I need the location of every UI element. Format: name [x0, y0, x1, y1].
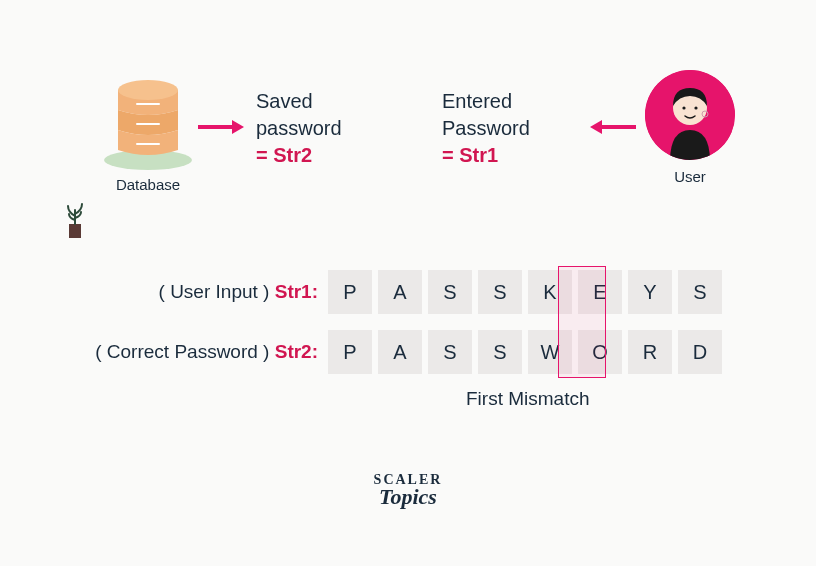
- svg-point-13: [694, 106, 697, 109]
- user-avatar-icon: [645, 70, 735, 160]
- user-label: User: [640, 168, 740, 185]
- arrow-left-icon: [590, 118, 638, 136]
- cell: E: [578, 270, 622, 314]
- comparison-rows: ( User Input ) Str1: P A S S K E Y S ( C…: [0, 270, 816, 390]
- row1-cells: P A S S K E Y S: [328, 270, 722, 314]
- svg-marker-7: [232, 120, 244, 134]
- entered-line3: = Str1: [442, 142, 530, 169]
- cell: A: [378, 270, 422, 314]
- cell: S: [478, 270, 522, 314]
- cell: P: [328, 330, 372, 374]
- database-label: Database: [88, 176, 208, 193]
- svg-point-1: [118, 80, 178, 100]
- row-correct-password: ( Correct Password ) Str2: P A S S W O R…: [0, 330, 816, 374]
- row2-prefix: ( Correct Password ): [95, 341, 269, 362]
- entered-line1: Entered: [442, 88, 530, 115]
- arrow-right-icon: [196, 118, 244, 136]
- svg-marker-9: [590, 120, 602, 134]
- entered-password-text: Entered Password = Str1: [442, 88, 530, 169]
- cell: D: [678, 330, 722, 374]
- cell: W: [528, 330, 572, 374]
- top-row: Database Saved password = Str2 Entered P…: [0, 70, 816, 210]
- svg-point-12: [682, 106, 685, 109]
- svg-rect-5: [69, 224, 81, 238]
- footer-logo: SCALER Topics: [0, 472, 816, 510]
- cell: K: [528, 270, 572, 314]
- cell: S: [428, 270, 472, 314]
- row-user-input: ( User Input ) Str1: P A S S K E Y S: [0, 270, 816, 314]
- cell: Y: [628, 270, 672, 314]
- user-group: User: [640, 70, 740, 185]
- mismatch-label: First Mismatch: [466, 388, 590, 410]
- cell: R: [628, 330, 672, 374]
- cell: S: [478, 330, 522, 374]
- row1-prefix: ( User Input ): [159, 281, 270, 302]
- row1-name: Str1:: [275, 281, 318, 302]
- row1-label: ( User Input ) Str1:: [159, 281, 318, 303]
- cell: O: [578, 330, 622, 374]
- footer-line2: Topics: [0, 484, 816, 510]
- entered-line2: Password: [442, 115, 530, 142]
- cell: A: [378, 330, 422, 374]
- database-group: Database: [88, 70, 208, 193]
- saved-line2: password: [256, 115, 342, 142]
- cell: S: [428, 330, 472, 374]
- cell: S: [678, 270, 722, 314]
- database-icon: [103, 70, 193, 170]
- row2-label: ( Correct Password ) Str2:: [95, 341, 318, 363]
- plant-icon: [60, 200, 90, 240]
- saved-password-text: Saved password = Str2: [256, 88, 342, 169]
- row2-cells: P A S S W O R D: [328, 330, 722, 374]
- saved-line1: Saved: [256, 88, 342, 115]
- row2-name: Str2:: [275, 341, 318, 362]
- cell: P: [328, 270, 372, 314]
- saved-line3: = Str2: [256, 142, 342, 169]
